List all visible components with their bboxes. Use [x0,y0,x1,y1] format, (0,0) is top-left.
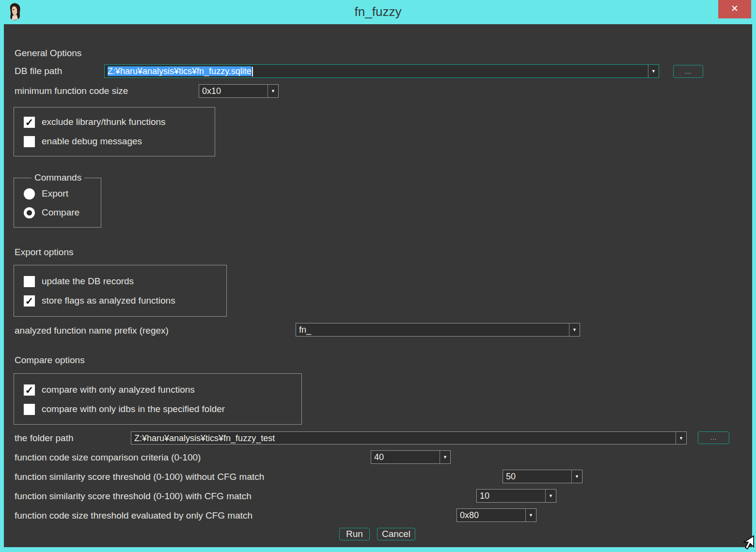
code-size-criteria-value[interactable]: 40 [371,451,440,463]
store-flags-label: store flags as analyzed functions [42,295,175,306]
checkmark-icon: ✓ [25,296,34,306]
compare-radio-label: Compare [42,207,79,218]
similarity-with-cfg-label: function similarity score threshold (0-1… [15,491,252,502]
commands-legend: Commands [32,172,84,183]
compare-idbs-label: compare with only idbs in the specified … [42,404,225,414]
radio-row: Compare [24,207,79,218]
min-code-size-label: minimum function code size [15,86,128,96]
export-radio-label: Export [42,188,68,199]
prefix-label: analyzed function name prefix (regex) [15,325,169,336]
close-button[interactable]: ✕ [718,0,751,18]
compare-options-heading: Compare options [15,355,85,366]
dialog-content: General Options DB file path Z:¥haru¥ana… [4,24,752,547]
code-size-criteria-label: function code size comparison criteria (… [15,452,201,463]
dropdown-arrow-icon[interactable]: ▼ [268,85,278,97]
checkbox-row: ✓ store flags as analyzed functions [24,295,175,307]
dropdown-arrow-icon[interactable]: ▼ [676,432,686,444]
store-flags-checkbox[interactable]: ✓ [24,295,35,307]
checkbox-row: ✓ enable debug messages [24,136,142,147]
code-size-threshold-value[interactable]: 0x80 [457,509,525,521]
close-icon: ✕ [731,3,739,14]
db-path-browse-button[interactable]: ... [673,65,703,78]
db-file-path-label: DB file path [15,66,62,77]
window-title: fn_fuzzy [0,0,756,24]
code-size-threshold-combobox[interactable]: 0x80 ▼ [457,508,536,522]
checkbox-row: ✓ update the DB records [24,276,134,287]
app-window: fn_fuzzy ✕ General Options DB file path … [0,0,756,552]
min-code-size-value[interactable]: 0x10 [199,85,268,97]
db-file-path-combobox[interactable]: Z:¥haru¥analysis¥tics¥fn_fuzzy.sqlite ▼ [104,64,659,78]
dropdown-arrow-icon[interactable]: ▼ [525,509,536,521]
compare-analyzed-label: compare with only analyzed functions [42,384,195,395]
db-file-path-value[interactable]: Z:¥haru¥analysis¥tics¥fn_fuzzy.sqlite [105,65,648,77]
radio-row: Export [24,188,68,199]
dropdown-arrow-icon[interactable]: ▼ [569,323,580,336]
exclude-library-checkbox[interactable]: ✓ [24,117,35,128]
dropdown-arrow-icon[interactable]: ▼ [648,65,659,77]
similarity-with-cfg-combobox[interactable]: 10 ▼ [476,489,556,503]
export-options-heading: Export options [15,247,73,258]
dropdown-arrow-icon[interactable]: ▼ [440,451,450,463]
compare-radio[interactable] [24,207,35,218]
enable-debug-label: enable debug messages [42,136,142,147]
folder-path-combobox[interactable]: Z:¥haru¥analysis¥tics¥fn_fuzzy_test ▼ [131,431,687,445]
compare-options-group: ✓ compare with only analyzed functions ✓… [14,373,302,425]
exclude-library-label: exclude library/thunk functions [42,117,166,127]
export-options-group: ✓ update the DB records ✓ store flags as… [14,265,227,317]
text-caret [252,67,253,77]
folder-path-browse-button[interactable]: ... [698,431,729,444]
compare-analyzed-checkbox[interactable]: ✓ [24,384,35,396]
min-code-size-combobox[interactable]: 0x10 ▼ [199,84,279,98]
checkmark-icon: ✓ [25,117,34,127]
general-options-heading: General Options [15,48,81,59]
similarity-with-cfg-value[interactable]: 10 [477,490,545,502]
prefix-value[interactable]: fn_ [296,323,569,336]
code-size-threshold-label: function code size threshold evaluated b… [15,510,252,521]
export-radio[interactable] [24,188,35,199]
dropdown-arrow-icon[interactable]: ▼ [571,470,582,483]
selected-text: Z:¥haru¥analysis¥tics¥fn_fuzzy.sqlite [108,66,252,76]
checkmark-icon: ✓ [25,385,34,395]
checkbox-row: ✓ exclude library/thunk functions [24,116,166,128]
folder-path-value[interactable]: Z:¥haru¥analysis¥tics¥fn_fuzzy_test [131,432,676,444]
general-checkbox-group: ✓ exclude library/thunk functions ✓ enab… [14,107,215,156]
checkbox-row: ✓ compare with only analyzed functions [24,384,195,396]
cancel-button[interactable]: Cancel [377,528,415,540]
update-db-records-checkbox[interactable]: ✓ [24,276,35,287]
enable-debug-checkbox[interactable]: ✓ [24,136,35,147]
run-button[interactable]: Run [339,528,370,540]
similarity-without-cfg-label: function similarity score threshold (0-1… [15,472,264,482]
prefix-combobox[interactable]: fn_ ▼ [296,323,580,337]
folder-path-label: the folder path [15,433,73,444]
mouse-cursor [739,535,755,551]
similarity-without-cfg-value[interactable]: 50 [503,470,571,483]
checkbox-row: ✓ compare with only idbs in the specifie… [24,403,225,415]
similarity-without-cfg-combobox[interactable]: 50 ▼ [503,470,583,483]
update-db-records-label: update the DB records [42,276,134,287]
titlebar[interactable]: fn_fuzzy ✕ [0,0,756,24]
dropdown-arrow-icon[interactable]: ▼ [545,490,556,502]
commands-group: Commands Export Compare [14,178,101,228]
compare-idbs-checkbox[interactable]: ✓ [24,404,35,415]
code-size-criteria-combobox[interactable]: 40 ▼ [371,450,451,464]
